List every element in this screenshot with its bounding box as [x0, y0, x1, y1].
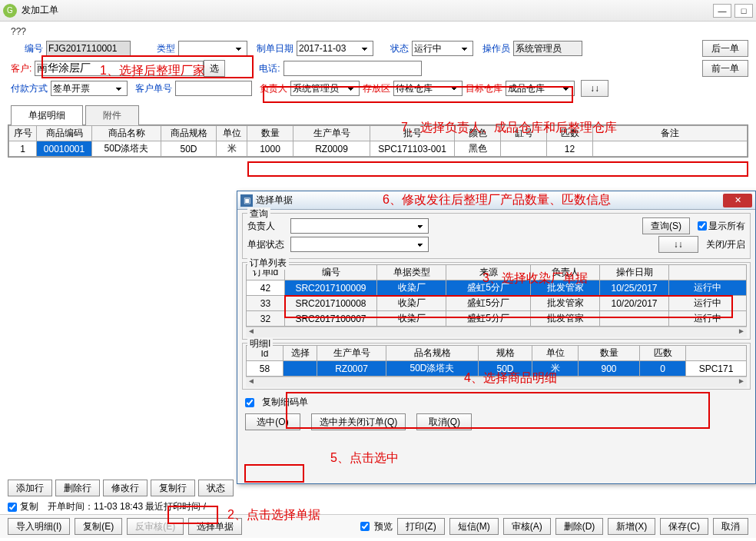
label-store: 存放区 — [360, 82, 393, 95]
show-all-checkbox[interactable] — [698, 221, 707, 231]
toggle-label[interactable]: 关闭/开启 — [706, 238, 745, 251]
mod-row-button[interactable]: 修改行 — [103, 480, 148, 496]
field-custno[interactable] — [175, 81, 252, 96]
preview-label: 预览 — [374, 520, 393, 533]
field-phone[interactable] — [284, 61, 422, 76]
field-date[interactable]: 2017-11-03 — [297, 41, 373, 56]
print-button[interactable]: 打印(Z) — [397, 518, 444, 535]
detail-row[interactable]: 58 RZ0007 50D涤塔夫 50D 米 900 0 SPC171 — [247, 361, 747, 377]
detail-fieldset: 明细I Id选择生产单号品名规格规格单位数量匹数 58 RZ0007 50D涤塔… — [242, 343, 751, 390]
minimize-button[interactable]: — — [713, 4, 731, 18]
dlg-status-select[interactable] — [290, 237, 429, 252]
cancel-button[interactable]: 取消 — [713, 518, 748, 535]
show-all-label: 显示所有 — [708, 220, 745, 233]
unaudit-button[interactable]: 反审核(E) — [127, 518, 184, 535]
dlg-resp-select[interactable] — [290, 218, 429, 234]
orderlist-fieldset: 订单列表 订单id编号单据类型来源负责人操作日期 42SRC2017100009… — [242, 262, 751, 340]
dlg-status-label: 单据状态 — [247, 238, 290, 251]
tab-attachment[interactable]: 附件 — [85, 105, 139, 125]
dialog-icon: ▣ — [240, 194, 253, 207]
tab-detail[interactable]: 单据明细 — [11, 105, 83, 125]
main-grid-header: 序号商品编码商品名称商品规格单位数量生产单号批号颜色缸号匹数备注 — [9, 126, 748, 141]
query-button[interactable]: 查询(S) — [642, 217, 690, 234]
dlg-select-close-button[interactable]: 选中并关闭订单(Q) — [311, 413, 406, 430]
add-row-button[interactable]: 添加行 — [8, 480, 52, 496]
field-target[interactable]: 成品仓库 — [506, 81, 575, 96]
order-grid[interactable]: 订单id编号单据类型来源负责人操作日期 42SRC2017100009收染厂盛虹… — [246, 264, 747, 327]
subtitle: ??? — [8, 25, 748, 38]
label-target: 目标仓库 — [463, 82, 506, 95]
main-grid-row[interactable]: 10001000150D涤塔夫50D米1000RZ0009SPC171103-0… — [9, 141, 748, 157]
field-operator — [513, 41, 582, 56]
label-no: 编号 — [22, 42, 46, 55]
save-button[interactable]: 保存(C) — [660, 518, 708, 535]
annot-box-6a — [247, 161, 748, 177]
sort-button[interactable]: ↓↓ — [581, 80, 608, 97]
dlg-select-button[interactable]: 选中(O) — [245, 413, 300, 430]
copy-detail-checkbox[interactable] — [245, 398, 254, 407]
label-type: 类型 — [154, 42, 178, 55]
field-pay[interactable]: 签单开票 — [51, 81, 128, 96]
bottom-toolbar: 导入明细(I) 复制(E) 反审核(E) 选择单据 预览 打印(Z) 短信(M)… — [0, 514, 756, 538]
order-row[interactable]: 32SRC2017100007收染厂盛虹5分厂批发管家运行中 — [247, 311, 747, 327]
label-resp: 负责人 — [257, 82, 290, 95]
del-row-button[interactable]: 删除行 — [55, 480, 100, 496]
customer-select-button[interactable]: 选 — [204, 60, 225, 77]
label-custno: 客户单号 — [132, 82, 175, 95]
order-scrollbar[interactable] — [246, 327, 747, 337]
field-type[interactable] — [178, 41, 247, 56]
field-customer[interactable] — [35, 61, 204, 76]
dlg-resp-label: 负责人 — [247, 220, 290, 233]
dialog-titlebar: ▣ 选择单据 ✕ — [237, 191, 755, 210]
new-button[interactable]: 新增(X) — [608, 518, 655, 535]
window-title: 发加工单 — [22, 4, 58, 17]
sms-button[interactable]: 短信(M) — [449, 518, 499, 535]
dialog-close-button[interactable]: ✕ — [723, 194, 752, 207]
order-row[interactable]: 33SRC2017100008收染厂盛虹5分厂批发管家10/20/2017运行中 — [247, 296, 747, 311]
order-row[interactable]: 42SRC2017100009收染厂盛虹5分厂批发管家10/25/2017运行中 — [247, 280, 747, 296]
label-operator: 操作员 — [479, 42, 513, 55]
query-fieldset: 查询 负责人 查询(S) 显示所有 单据状态 ↓↓ 关闭/开启 — [242, 213, 751, 259]
window-titlebar: G 发加工单 — □ — [0, 0, 756, 22]
field-status[interactable]: 运行中 — [412, 41, 473, 56]
delete-button[interactable]: 删除(D) — [555, 518, 604, 535]
select-bill-button[interactable]: 选择单据 — [188, 518, 242, 535]
label-customer: 客户: — [8, 62, 35, 75]
detail-scrollbar[interactable] — [246, 377, 747, 387]
detail-grid-header: Id选择生产单号品名规格规格单位数量匹数 — [247, 346, 747, 361]
app-icon: G — [3, 4, 17, 18]
label-date: 制单日期 — [254, 42, 297, 55]
maximize-button[interactable]: □ — [734, 4, 753, 18]
copy-detail-label: 复制细码单 — [262, 396, 308, 409]
field-store[interactable]: 待检仓库 — [393, 81, 463, 96]
order-grid-header: 订单id编号单据类型来源负责人操作日期 — [247, 265, 747, 280]
field-no — [46, 41, 131, 56]
label-phone: 电话: — [256, 62, 283, 75]
state-button[interactable]: 状态 — [198, 480, 234, 496]
select-bill-dialog: ▣ 选择单据 ✕ 查询 负责人 查询(S) 显示所有 单据状态 ↓↓ 关闭/开启… — [237, 191, 756, 484]
copy-button[interactable]: 复制(E) — [75, 518, 122, 535]
copy-row-button[interactable]: 复制行 — [151, 480, 195, 496]
nav-next-button[interactable]: 后一单 — [702, 40, 748, 57]
main-grid[interactable]: 序号商品编码商品名称商品规格单位数量生产单号批号颜色缸号匹数备注 1000100… — [8, 125, 748, 157]
copy-label: 复制 — [20, 500, 38, 513]
dlg-cancel-button[interactable]: 取消(Q) — [416, 413, 472, 430]
tabs: 单据明细 附件 — [11, 105, 756, 124]
sort-button-2[interactable]: ↓↓ — [658, 236, 698, 253]
audit-button[interactable]: 审核(A) — [503, 518, 551, 535]
nav-prev-button[interactable]: 前一单 — [702, 60, 748, 77]
import-button[interactable]: 导入明细(I) — [8, 518, 70, 535]
field-resp[interactable]: 系统管理员 — [290, 81, 360, 96]
label-status: 状态 — [387, 42, 412, 55]
label-pay: 付款方式 — [8, 82, 51, 95]
open-time: 开单时间：11-03 18:43 最近打印时间 / — [48, 500, 206, 513]
dialog-title: 选择单据 — [256, 194, 293, 207]
detail-grid[interactable]: Id选择生产单号品名规格规格单位数量匹数 58 RZ0007 50D涤塔夫 50… — [246, 345, 747, 377]
copy-checkbox[interactable] — [8, 503, 17, 512]
form-header: ??? 编号 类型 制单日期 2017-11-03 状态 运行中 操作员 后一单… — [0, 22, 756, 100]
preview-checkbox[interactable] — [360, 522, 370, 531]
